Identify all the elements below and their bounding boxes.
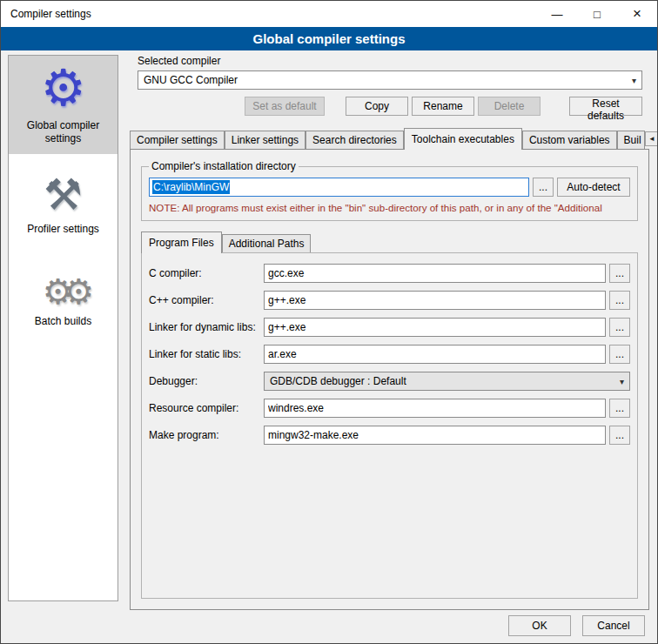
ok-button[interactable]: OK	[508, 615, 571, 636]
minimize-button[interactable]: —	[537, 1, 577, 27]
c-compiler-label: C compiler:	[149, 267, 264, 279]
maximize-button[interactable]: □	[577, 1, 617, 27]
sidebar-item-batch-builds[interactable]: ⚙⚙ Batch builds	[9, 267, 118, 337]
tab-linker-settings[interactable]: Linker settings	[225, 131, 306, 149]
compiler-tabstrip: Compiler settings Linker settings Search…	[130, 128, 652, 149]
cancel-button[interactable]: Cancel	[582, 615, 645, 636]
auto-detect-button[interactable]: Auto-detect	[557, 178, 630, 197]
debugger-select-value: GDB/CDB debugger : Default	[270, 375, 406, 387]
titlebar: Compiler settings — □ ×	[1, 1, 657, 27]
installation-directory-legend: Compiler's installation directory	[149, 160, 299, 172]
cpp-compiler-browse-button[interactable]: ...	[609, 291, 630, 310]
reset-defaults-button[interactable]: Reset defaults	[569, 97, 642, 116]
cpp-compiler-row: C++ compiler: ...	[149, 291, 630, 310]
bin-subdirectory-note: NOTE: All programs must exist either in …	[149, 202, 630, 213]
set-as-default-button: Set as default	[245, 97, 325, 116]
chevron-down-icon: ▾	[620, 377, 624, 386]
c-compiler-input[interactable]	[264, 264, 606, 283]
installation-directory-browse-button[interactable]: ...	[533, 178, 554, 197]
linker-dynamic-row: Linker for dynamic libs: ...	[149, 318, 630, 337]
arrow-left-icon: ◄	[648, 135, 655, 143]
resource-compiler-row: Resource compiler: ...	[149, 399, 630, 418]
tab-compiler-settings[interactable]: Compiler settings	[130, 131, 225, 149]
program-files-tabstrip: Program Files Additional Paths	[141, 231, 640, 252]
debugger-row: Debugger: GDB/CDB debugger : Default ▾	[149, 372, 630, 391]
c-compiler-row: C compiler: ...	[149, 264, 630, 283]
sidebar-item-global-compiler-settings[interactable]: ⚙ Global compiler settings	[9, 56, 118, 154]
sidebar-item-label: Profiler settings	[27, 223, 99, 236]
make-program-input[interactable]	[264, 426, 606, 445]
debugger-select[interactable]: GDB/CDB debugger : Default ▾	[264, 372, 630, 391]
cpp-compiler-label: C++ compiler:	[149, 294, 264, 306]
sidebar-item-label: Global compiler settings	[12, 119, 114, 145]
resource-compiler-label: Resource compiler:	[149, 402, 264, 414]
linker-static-label: Linker for static libs:	[149, 348, 264, 360]
copy-button[interactable]: Copy	[346, 97, 408, 116]
linker-static-input[interactable]	[264, 345, 606, 364]
linker-dynamic-label: Linker for dynamic libs:	[149, 321, 264, 333]
debugger-label: Debugger:	[149, 375, 264, 387]
dialog-body: ⚙ Global compiler settings ⚒ Profiler se…	[1, 50, 657, 644]
tab-scroll-buttons: ◄ ►	[645, 131, 658, 146]
compiler-settings-window: Compiler settings — □ × Global compiler …	[0, 0, 658, 644]
program-files-panel: C compiler: ... C++ compiler: ... Linker…	[141, 252, 638, 599]
tab-custom-variables[interactable]: Custom variables	[522, 131, 617, 149]
minimize-icon: —	[552, 8, 563, 21]
dialog-footer: OK Cancel	[508, 615, 645, 636]
installation-directory-value: C:\raylib\MinGW	[152, 180, 230, 194]
toolchain-executables-panel: Compiler's installation directory C:\ray…	[130, 149, 649, 610]
resource-compiler-browse-button[interactable]: ...	[609, 399, 630, 418]
selected-compiler-label: Selected compiler	[138, 55, 652, 67]
tab-scroll-left-button[interactable]: ◄	[645, 131, 658, 146]
window-title: Compiler settings	[10, 8, 91, 20]
page-title: Global compiler settings	[1, 27, 657, 50]
make-program-label: Make program:	[149, 429, 264, 441]
installation-directory-group: Compiler's installation directory C:\ray…	[141, 160, 638, 221]
linker-static-browse-button[interactable]: ...	[609, 345, 630, 364]
c-compiler-browse-button[interactable]: ...	[609, 264, 630, 283]
profiler-tool-icon: ⚒	[44, 173, 83, 217]
main-content: Selected compiler GNU GCC Compiler ▾ Set…	[127, 55, 652, 610]
resource-compiler-input[interactable]	[264, 399, 606, 418]
compiler-select[interactable]: GNU GCC Compiler ▾	[138, 70, 642, 90]
tab-build-options-truncated[interactable]: Buil	[617, 131, 645, 149]
installation-directory-input[interactable]: C:\raylib\MinGW	[149, 178, 529, 197]
compiler-action-buttons: Set as default Copy Rename Delete Reset …	[138, 97, 642, 116]
window-controls: — □ ×	[537, 1, 657, 27]
close-button[interactable]: ×	[617, 1, 657, 27]
linker-static-row: Linker for static libs: ...	[149, 345, 630, 364]
close-icon: ×	[633, 5, 641, 23]
sidebar-item-label: Batch builds	[35, 315, 91, 328]
maximize-icon: □	[594, 8, 601, 21]
gear-icon: ⚙	[41, 63, 86, 113]
installation-directory-row: C:\raylib\MinGW ... Auto-detect	[149, 178, 630, 197]
chevron-down-icon: ▾	[632, 76, 636, 85]
linker-dynamic-input[interactable]	[264, 318, 606, 337]
tab-toolchain-executables[interactable]: Toolchain executables	[404, 128, 522, 150]
cpp-compiler-input[interactable]	[264, 291, 606, 310]
compiler-select-value: GNU GCC Compiler	[144, 74, 238, 86]
batch-gears-icon: ⚙⚙	[43, 274, 84, 309]
tab-search-directories[interactable]: Search directories	[306, 131, 404, 149]
sidebar-item-profiler-settings[interactable]: ⚒ Profiler settings	[9, 166, 118, 245]
tab-program-files[interactable]: Program Files	[141, 231, 222, 253]
rename-button[interactable]: Rename	[412, 97, 474, 116]
linker-dynamic-browse-button[interactable]: ...	[609, 318, 630, 337]
tab-additional-paths[interactable]: Additional Paths	[222, 234, 312, 252]
make-program-row: Make program: ...	[149, 426, 630, 445]
make-program-browse-button[interactable]: ...	[609, 426, 630, 445]
settings-category-sidebar: ⚙ Global compiler settings ⚒ Profiler se…	[8, 55, 118, 601]
delete-button: Delete	[478, 97, 540, 116]
